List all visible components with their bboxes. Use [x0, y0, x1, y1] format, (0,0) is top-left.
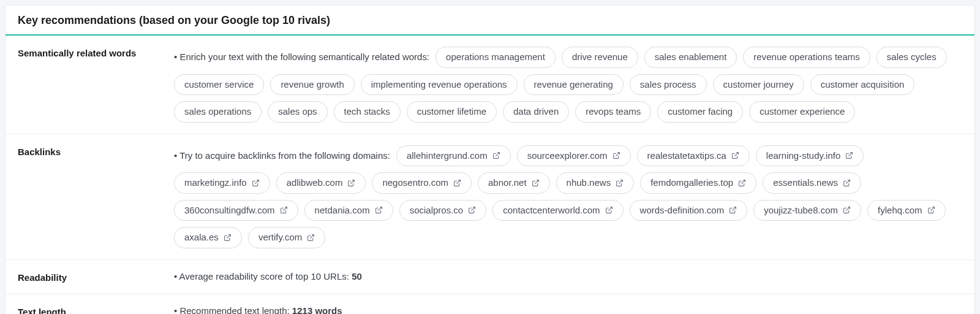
pill-label: adlibweb.com — [287, 176, 343, 190]
svg-line-15 — [733, 207, 736, 211]
backlink-domain-pill[interactable]: vertify.com — [248, 227, 325, 248]
backlink-domain-pill[interactable]: abnor.net — [478, 172, 550, 194]
semantic-lead-text: • Enrich your text with the following se… — [174, 50, 429, 64]
backlink-domain-pill[interactable]: axala.es — [174, 227, 242, 248]
semantic-word-pill[interactable]: customer journey — [713, 74, 804, 96]
external-link-icon — [729, 206, 737, 214]
backlink-domain-pill[interactable]: learning-study.info — [756, 145, 864, 167]
pill-label: revenue operations teams — [753, 50, 859, 64]
section-textlength: Text length • Recommended text length: 1… — [6, 294, 974, 315]
pill-label: customer service — [184, 78, 254, 92]
section-content-textlength: • Recommended text length: 1213 words — [174, 305, 962, 315]
pill-label: customer experience — [760, 105, 845, 119]
semantic-word-pill[interactable]: revops teams — [575, 101, 651, 123]
external-link-icon — [468, 206, 476, 214]
external-link-icon — [845, 151, 853, 159]
section-backlinks: Backlinks • Try to acquire backlinks fro… — [6, 134, 974, 260]
backlink-domain-pill[interactable]: netdania.com — [304, 200, 393, 221]
readability-line: • Average readability score of top 10 UR… — [174, 271, 962, 281]
pill-label: contactcenterworld.com — [503, 204, 600, 218]
external-link-icon — [616, 179, 624, 187]
textlength-value: 1213 words — [292, 305, 342, 315]
backlink-domain-pill[interactable]: femdomgalleries.top — [640, 172, 756, 194]
svg-line-10 — [846, 180, 850, 183]
svg-line-1 — [616, 153, 619, 156]
section-label-textlength: Text length — [18, 305, 174, 315]
pill-label: 360consultingdfw.com — [184, 204, 275, 218]
svg-line-17 — [930, 207, 934, 211]
pill-label: revenue growth — [281, 78, 344, 92]
pill-label: allehintergrund.com — [407, 149, 488, 163]
semantic-word-pill[interactable]: tech stacks — [334, 101, 401, 123]
readability-lead: • Average readability score of top 10 UR… — [174, 271, 352, 281]
external-link-icon — [843, 206, 851, 214]
svg-line-9 — [742, 180, 745, 183]
svg-line-19 — [311, 234, 314, 238]
backlink-domain-pill[interactable]: words-definition.com — [630, 200, 748, 221]
pill-label: nhub.news — [567, 176, 611, 190]
pill-label: netdania.com — [315, 204, 370, 218]
semantic-word-pill[interactable]: sales operations — [174, 101, 262, 123]
svg-line-6 — [456, 180, 460, 183]
external-link-icon — [843, 179, 851, 187]
external-link-icon — [347, 179, 355, 187]
pill-label: data driven — [513, 105, 559, 119]
backlink-domain-pill[interactable]: realestatetaxtips.ca — [637, 145, 750, 167]
external-link-icon — [453, 179, 461, 187]
semantic-word-pill[interactable]: sales cycles — [876, 47, 947, 68]
semantic-word-pill[interactable]: sales process — [630, 74, 707, 96]
semantic-word-pill[interactable]: customer lifetime — [407, 101, 497, 123]
semantic-word-pill[interactable]: sales enablement — [644, 47, 737, 68]
semantic-word-pill[interactable]: customer experience — [749, 101, 855, 123]
pill-label: words-definition.com — [640, 204, 725, 218]
backlink-domain-pill[interactable]: socialpros.co — [399, 200, 487, 221]
backlink-domain-pill[interactable]: marketingz.info — [174, 172, 270, 194]
backlink-domain-pill[interactable]: sourceexplorer.com — [517, 145, 631, 167]
semantic-word-pill[interactable]: operations management — [435, 47, 556, 68]
svg-line-5 — [351, 180, 355, 183]
external-link-icon — [532, 179, 540, 187]
semantic-word-pill[interactable]: sales ops — [268, 101, 327, 123]
pill-label: customer acquisition — [821, 78, 905, 92]
pill-label: customer facing — [668, 105, 733, 119]
backlink-domain-pill[interactable]: 360consultingdfw.com — [174, 200, 298, 221]
pill-label: operations management — [446, 50, 545, 64]
backlink-domain-pill[interactable]: essentials.news — [763, 172, 861, 194]
semantic-word-pill[interactable]: revenue operations teams — [743, 47, 870, 68]
semantic-word-pill[interactable]: data driven — [503, 101, 569, 123]
backlink-domain-pill[interactable]: contactcenterworld.com — [492, 200, 623, 221]
svg-line-7 — [535, 180, 538, 183]
semantic-word-pill[interactable]: revenue growth — [270, 74, 354, 96]
svg-line-3 — [849, 153, 853, 156]
external-link-icon — [605, 206, 613, 214]
pill-label: customer lifetime — [417, 105, 486, 119]
backlink-domain-pill[interactable]: fylehq.com — [867, 200, 946, 221]
semantic-word-pill[interactable]: customer acquisition — [810, 74, 915, 96]
semantic-word-pill[interactable]: drive revenue — [562, 47, 638, 68]
pill-label: vertify.com — [258, 231, 302, 245]
backlink-domain-pill[interactable]: allehintergrund.com — [396, 145, 511, 167]
semantic-word-pill[interactable]: customer service — [174, 74, 264, 96]
svg-line-18 — [227, 234, 230, 238]
svg-line-2 — [734, 153, 738, 156]
card-title: Key recommendations (based on your Googl… — [18, 14, 962, 27]
backlink-domain-pill[interactable]: adlibweb.com — [276, 172, 366, 194]
backlink-domain-pill[interactable]: negosentro.com — [372, 172, 472, 194]
external-link-icon — [612, 151, 620, 159]
semantic-word-pill[interactable]: customer facing — [657, 101, 743, 123]
section-label-semantic: Semantically related words — [18, 47, 174, 123]
semantic-word-pill[interactable]: revenue generating — [524, 74, 624, 96]
svg-line-0 — [496, 153, 499, 156]
readability-value: 50 — [352, 271, 362, 281]
semantic-tag-row: • Enrich your text with the following se… — [174, 47, 962, 123]
backlink-domain-pill[interactable]: youjizz-tube8.com — [753, 200, 861, 221]
pill-label: customer journey — [723, 78, 794, 92]
section-content-semantic: • Enrich your text with the following se… — [174, 47, 962, 123]
pill-label: marketingz.info — [184, 176, 247, 190]
svg-line-8 — [619, 180, 623, 183]
backlink-domain-pill[interactable]: nhub.news — [556, 172, 635, 194]
pill-label: sales operations — [184, 105, 251, 119]
pill-label: sourceexplorer.com — [527, 149, 608, 163]
pill-label: implementing revenue operations — [371, 78, 507, 92]
semantic-word-pill[interactable]: implementing revenue operations — [361, 74, 518, 96]
